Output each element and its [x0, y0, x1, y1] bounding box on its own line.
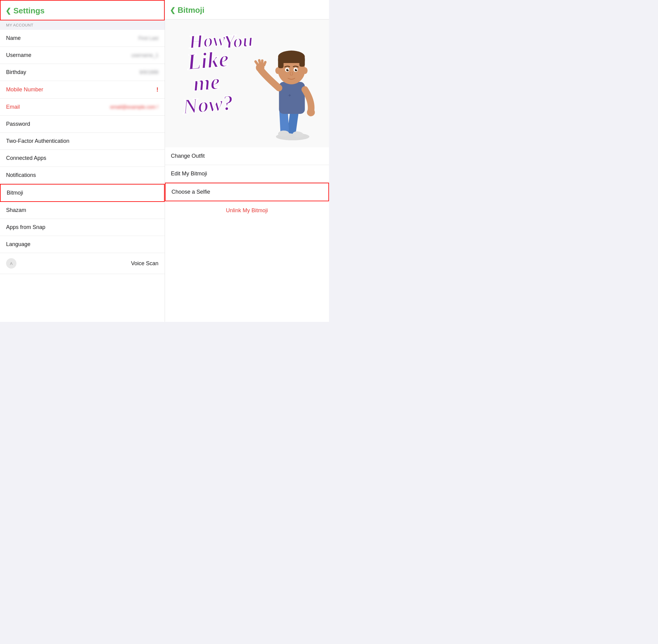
notifications-label: Notifications — [6, 172, 36, 179]
birthday-label: Birthday — [6, 69, 26, 75]
svg-point-25 — [307, 108, 315, 116]
name-value: First Last — [139, 36, 159, 41]
bitmoji-header: ❮ Bitmoji — [165, 0, 329, 20]
left-panel: ❮ Settings MY ACCOUNT Name First Last Us… — [0, 0, 165, 322]
settings-title: Settings — [14, 6, 45, 16]
svg-rect-18 — [279, 82, 305, 114]
email-label: Email — [6, 104, 20, 110]
svg-point-37 — [296, 69, 297, 70]
menu-item-connected-apps[interactable]: Connected Apps — [0, 150, 165, 167]
birthday-value: 9/9/1999 — [139, 70, 158, 75]
bitmoji-title: Bitmoji — [178, 5, 205, 15]
svg-rect-30 — [278, 58, 283, 68]
menu-item-password[interactable]: Password — [0, 116, 165, 133]
menu-item-notifications[interactable]: Notifications — [0, 167, 165, 184]
settings-header: ❮ Settings — [0, 0, 165, 20]
two-factor-label: Two-Factor Authentication — [6, 138, 69, 144]
choose-selfie-label: Choose a Selfie — [172, 189, 210, 195]
svg-line-24 — [264, 62, 265, 65]
menu-item-two-factor[interactable]: Two-Factor Authentication — [0, 133, 165, 150]
connected-apps-label: Connected Apps — [6, 155, 46, 161]
menu-item-birthday[interactable]: Birthday 9/9/1999 — [0, 64, 165, 81]
apps-from-snap-label: Apps from Snap — [6, 224, 45, 230]
unlink-bitmoji-button[interactable]: Unlink My Bitmoji — [165, 201, 329, 220]
svg-point-39 — [303, 67, 307, 74]
svg-point-38 — [275, 67, 280, 74]
menu-item-name[interactable]: Name First Last — [0, 30, 165, 47]
language-label: Language — [6, 241, 30, 248]
shazam-label: Shazam — [6, 207, 26, 213]
edit-bitmoji-option[interactable]: Edit My Bitmoji — [165, 165, 329, 183]
menu-item-username[interactable]: Username username_1 — [0, 47, 165, 64]
bitmoji-label: Bitmoji — [7, 190, 23, 196]
mobile-label: Mobile Number — [6, 87, 43, 93]
bitmoji-options-container: Change Outfit Edit My Bitmoji Choose a S… — [165, 147, 329, 322]
settings-back-arrow[interactable]: ❮ — [5, 7, 11, 15]
change-outfit-option[interactable]: Change Outfit — [165, 147, 329, 165]
menu-item-apps-from-snap[interactable]: Apps from Snap — [0, 219, 165, 236]
edit-bitmoji-label: Edit My Bitmoji — [171, 170, 207, 177]
svg-point-36 — [288, 69, 288, 70]
menu-item-bitmoji[interactable]: Bitmoji — [0, 184, 165, 202]
my-account-section-header: MY ACCOUNT — [0, 20, 165, 30]
menu-item-shazam[interactable]: Shazam — [0, 202, 165, 219]
svg-text:Now?: Now? — [181, 91, 234, 118]
svg-text:A: A — [10, 261, 13, 266]
right-panel: ❮ Bitmoji How You Like me Now? How You L… — [165, 0, 329, 322]
bitmoji-illustration: How You Like me Now? How You Like me Now… — [165, 20, 329, 147]
bitmoji-back-arrow[interactable]: ❮ — [170, 6, 175, 14]
svg-text:✦: ✦ — [287, 93, 291, 98]
mobile-alert-icon: ! — [157, 86, 159, 93]
choose-selfie-option[interactable]: Choose a Selfie — [165, 183, 329, 201]
name-label: Name — [6, 35, 21, 41]
username-label: Username — [6, 52, 31, 59]
svg-rect-31 — [299, 58, 305, 67]
apuals-logo-icon: A — [6, 258, 17, 269]
email-value: email@example.com ! — [110, 105, 159, 110]
menu-item-mobile[interactable]: Mobile Number ! — [0, 81, 165, 99]
voice-scan-label: Voice Scan — [131, 260, 158, 267]
bitmoji-svg: How You Like me Now? How You Like me Now… — [171, 23, 323, 144]
password-label: Password — [6, 121, 30, 127]
svg-line-22 — [259, 60, 260, 64]
change-outfit-label: Change Outfit — [171, 153, 205, 159]
menu-item-email[interactable]: Email email@example.com ! — [0, 99, 165, 116]
unlink-bitmoji-label: Unlink My Bitmoji — [226, 207, 268, 213]
username-value: username_1 — [132, 53, 159, 58]
menu-item-language[interactable]: Language — [0, 236, 165, 253]
menu-item-voice-scan[interactable]: A Voice Scan — [0, 253, 165, 274]
